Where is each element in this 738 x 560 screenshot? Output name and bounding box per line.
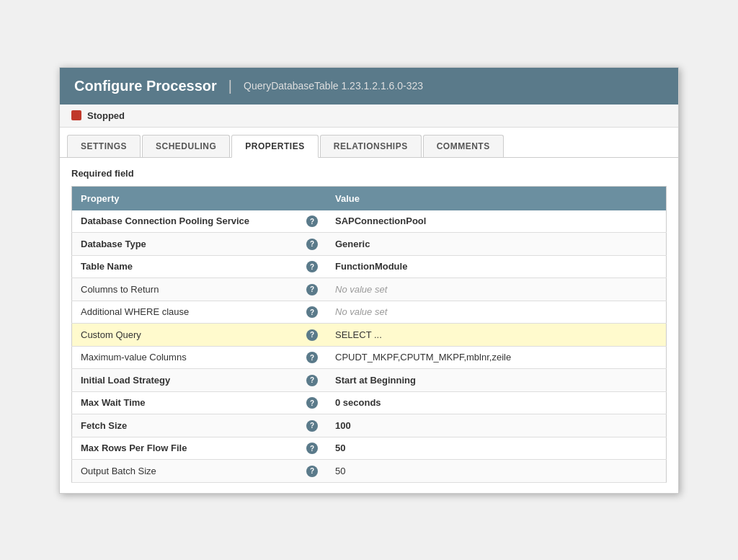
- info-icon[interactable]: ?: [306, 239, 318, 250]
- info-icon[interactable]: ?: [306, 306, 318, 318]
- info-icon-cell: ?: [298, 278, 326, 301]
- info-icon-cell: ?: [298, 391, 326, 414]
- property-name: Max Rows Per Flow File: [72, 437, 298, 460]
- info-icon-cell: ?: [298, 437, 326, 460]
- table-row[interactable]: Output Batch Size?50: [72, 460, 667, 483]
- properties-table: Property Value Database Connection Pooli…: [71, 186, 667, 483]
- property-value: 50: [326, 437, 667, 460]
- info-icon[interactable]: ?: [306, 329, 318, 341]
- table-row[interactable]: Fetch Size?100: [72, 414, 667, 437]
- property-value: No value set: [326, 278, 667, 301]
- info-icon-cell: ?: [298, 346, 326, 369]
- table-row[interactable]: Database Type?Generic: [72, 233, 667, 256]
- header-divider: |: [228, 78, 232, 94]
- table-row[interactable]: Table Name?FunctionModule: [72, 255, 667, 278]
- info-icon[interactable]: ?: [306, 352, 318, 363]
- property-name: Table Name: [72, 255, 298, 278]
- tab-properties[interactable]: PROPERTIES: [231, 135, 318, 158]
- info-icon[interactable]: ?: [306, 420, 318, 432]
- info-icon-cell: ?: [298, 210, 326, 233]
- tab-relationships[interactable]: RELATIONSHIPS: [320, 135, 422, 157]
- property-name: Custom Query: [72, 324, 298, 347]
- property-value: No value set: [326, 301, 667, 324]
- table-header-row: Property Value: [72, 186, 667, 210]
- table-row[interactable]: Additional WHERE clause?No value set: [72, 301, 667, 324]
- info-icon[interactable]: ?: [306, 466, 318, 477]
- table-row[interactable]: Database Connection Pooling Service?SAPC…: [72, 210, 667, 233]
- dialog-header: Configure Processor | QueryDatabaseTable…: [60, 68, 678, 105]
- required-field-label: Required field: [71, 168, 667, 179]
- info-icon-cell: ?: [298, 233, 326, 256]
- info-icon[interactable]: ?: [306, 397, 318, 409]
- tab-content: Required field Property Value Database C…: [60, 158, 678, 493]
- tab-scheduling[interactable]: SCHEDULING: [142, 135, 230, 157]
- property-name: Initial Load Strategy: [72, 369, 298, 392]
- column-header-icon: [298, 186, 326, 210]
- table-row[interactable]: Maximum-value Columns?CPUDT_MKPF,CPUTM_M…: [72, 346, 667, 369]
- column-header-value: Value: [326, 186, 667, 210]
- info-icon-cell: ?: [298, 324, 326, 347]
- status-bar: Stopped: [60, 105, 678, 128]
- property-value: SAPConnectionPool: [326, 210, 667, 233]
- tab-settings[interactable]: SETTINGS: [67, 135, 141, 157]
- info-icon[interactable]: ?: [306, 284, 318, 295]
- property-value: FunctionModule: [326, 255, 667, 278]
- dialog-title: Configure Processor: [74, 78, 217, 94]
- property-name: Columns to Return: [72, 278, 298, 301]
- property-value: CPUDT_MKPF,CPUTM_MKPF,mblnr,zeile: [326, 346, 667, 369]
- property-name: Output Batch Size: [72, 460, 298, 483]
- property-value: 100: [326, 414, 667, 437]
- column-header-property: Property: [72, 186, 298, 210]
- property-name: Additional WHERE clause: [72, 301, 298, 324]
- status-label: Stopped: [87, 110, 125, 121]
- property-value: Generic: [326, 233, 667, 256]
- property-value: Start at Beginning: [326, 369, 667, 392]
- property-value: 0 seconds: [326, 391, 667, 414]
- tab-comments[interactable]: COMMENTS: [423, 135, 504, 157]
- table-row[interactable]: Custom Query?SELECT ...: [72, 324, 667, 347]
- stopped-indicator: [71, 110, 81, 120]
- table-row[interactable]: Columns to Return?No value set: [72, 278, 667, 301]
- info-icon-cell: ?: [298, 255, 326, 278]
- table-row[interactable]: Initial Load Strategy?Start at Beginning: [72, 369, 667, 392]
- tab-bar: SETTINGS SCHEDULING PROPERTIES RELATIONS…: [60, 128, 678, 158]
- info-icon[interactable]: ?: [306, 215, 318, 227]
- info-icon[interactable]: ?: [306, 261, 318, 272]
- dialog-subtitle: QueryDatabaseTable 1.23.1.2.1.6.0-323: [244, 80, 423, 92]
- property-name: Database Type: [72, 233, 298, 256]
- info-icon-cell: ?: [298, 369, 326, 392]
- table-row[interactable]: Max Wait Time?0 seconds: [72, 391, 667, 414]
- table-row[interactable]: Max Rows Per Flow File?50: [72, 437, 667, 460]
- info-icon-cell: ?: [298, 301, 326, 324]
- info-icon[interactable]: ?: [306, 375, 318, 386]
- info-icon-cell: ?: [298, 414, 326, 437]
- property-value: SELECT ...: [326, 324, 667, 347]
- configure-processor-dialog: Configure Processor | QueryDatabaseTable…: [59, 67, 679, 494]
- property-name: Max Wait Time: [72, 391, 298, 414]
- property-name: Fetch Size: [72, 414, 298, 437]
- property-name: Maximum-value Columns: [72, 346, 298, 369]
- property-value: 50: [326, 460, 667, 483]
- property-name: Database Connection Pooling Service: [72, 210, 298, 233]
- info-icon[interactable]: ?: [306, 443, 318, 454]
- info-icon-cell: ?: [298, 460, 326, 483]
